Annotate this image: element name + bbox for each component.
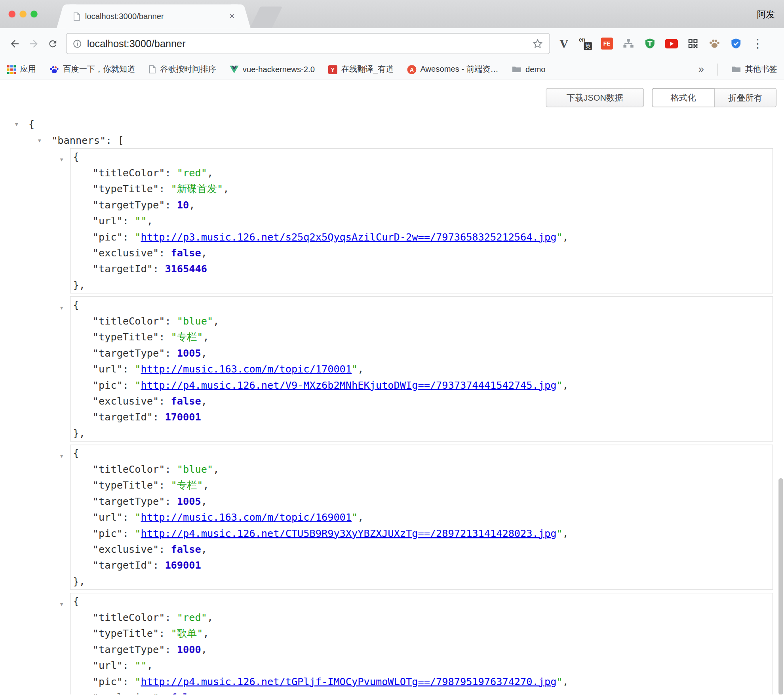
json-viewer: ▼{ ▼banners: [ ▼{titleColor: red,typeTit… bbox=[0, 80, 784, 694]
bookmark-star-icon[interactable] bbox=[532, 38, 543, 49]
bookmark-baidu[interactable]: 百度一下，你就知道 bbox=[49, 64, 135, 75]
browser-tab[interactable]: localhost:3000/banner × bbox=[66, 4, 241, 28]
json-punctuation: : bbox=[153, 263, 165, 275]
minimize-window-button[interactable] bbox=[19, 11, 27, 18]
json-field-row: exclusive: false bbox=[73, 689, 773, 695]
json-punctuation: , bbox=[563, 527, 569, 539]
bookmark-awesomes[interactable]: A Awesomes - 前端资… bbox=[407, 64, 499, 75]
view-toggle-group: 格式化 折叠所有 bbox=[652, 88, 776, 107]
json-punctuation: : bbox=[123, 659, 135, 671]
vimium-extension-icon[interactable]: V bbox=[555, 34, 573, 52]
bookmark-google-sort[interactable]: 谷歌按时间排序 bbox=[148, 64, 216, 75]
page-info-icon[interactable] bbox=[72, 39, 82, 48]
paw-extension-icon[interactable] bbox=[706, 34, 723, 52]
forward-button[interactable] bbox=[24, 34, 43, 53]
close-window-button[interactable] bbox=[8, 11, 15, 18]
json-string-value: 新碟首发 bbox=[171, 183, 223, 195]
tab-close-icon[interactable]: × bbox=[228, 11, 236, 22]
address-bar[interactable]: localhost:3000/banner bbox=[66, 33, 550, 54]
json-key: typeTitle bbox=[93, 479, 159, 491]
json-string-value: 专栏 bbox=[171, 479, 203, 491]
reload-button[interactable] bbox=[43, 34, 62, 53]
json-brace: }, bbox=[73, 575, 85, 587]
json-key: targetType bbox=[93, 495, 165, 507]
json-link[interactable]: http://p4.music.126.net/V9-MXz6b2MNhEKju… bbox=[141, 379, 557, 391]
vue-logo-icon bbox=[230, 65, 239, 73]
json-number-value: 170001 bbox=[165, 411, 201, 423]
json-punctuation: : bbox=[123, 511, 135, 523]
collapse-toggle-icon[interactable]: ▼ bbox=[15, 116, 22, 132]
shield-t-extension-icon[interactable] bbox=[641, 34, 659, 52]
json-field-row: pic: http://p3.music.126.net/s25q2x5Qyqs… bbox=[73, 229, 773, 244]
json-field-row: url: http://music.163.com/m/topic/169001… bbox=[73, 509, 773, 525]
bookmark-youdao-translate[interactable]: Y 在线翻译_有道 bbox=[328, 64, 394, 75]
json-link[interactable]: http://music.163.com/m/topic/170001 bbox=[141, 363, 352, 375]
json-field-row: typeTitle: 歌单, bbox=[73, 625, 773, 641]
collapse-toggle-icon[interactable]: ▼ bbox=[60, 300, 63, 316]
fullscreen-window-button[interactable] bbox=[30, 11, 38, 18]
json-field-row: pic: http://p4.music.126.net/tGPljf-IMOC… bbox=[73, 674, 773, 689]
collapse-toggle-icon[interactable]: ▼ bbox=[38, 133, 45, 149]
json-link[interactable]: http://p4.music.126.net/CTU5B9R9y3XyYBZX… bbox=[141, 527, 557, 539]
json-punctuation: : bbox=[153, 559, 165, 571]
json-field-row: titleColor: red, bbox=[73, 165, 773, 181]
json-field-row: url: http://music.163.com/m/topic/170001… bbox=[73, 361, 773, 377]
json-punctuation: : bbox=[165, 315, 177, 327]
collapse-toggle-icon[interactable]: ▼ bbox=[60, 596, 63, 612]
traffic-lights bbox=[8, 11, 37, 18]
qrcode-extension-icon[interactable] bbox=[684, 34, 702, 52]
json-brace: { bbox=[73, 447, 79, 459]
json-field-row: titleColor: red, bbox=[73, 609, 773, 625]
new-tab-button[interactable] bbox=[250, 6, 282, 28]
fe-extension-icon[interactable]: FE bbox=[598, 34, 616, 52]
scrollbar-thumb[interactable] bbox=[778, 478, 783, 695]
download-json-button[interactable]: 下载JSON数据 bbox=[546, 88, 644, 107]
json-key: pic bbox=[93, 676, 123, 687]
json-punctuation: , bbox=[223, 183, 229, 195]
back-button[interactable] bbox=[5, 34, 24, 53]
json-punctuation: , bbox=[201, 395, 207, 407]
collapse-all-button[interactable]: 折叠所有 bbox=[714, 88, 776, 107]
security-shield-extension-icon[interactable] bbox=[727, 34, 745, 52]
json-object-box: ▼{titleColor: red,typeTitle: 新碟首发,target… bbox=[70, 148, 773, 293]
json-string-value bbox=[135, 659, 147, 671]
youtube-extension-icon[interactable] bbox=[662, 34, 680, 52]
json-punctuation: , bbox=[203, 627, 209, 639]
json-key: targetId bbox=[93, 559, 153, 571]
json-punctuation: : bbox=[123, 215, 135, 227]
other-bookmarks-folder[interactable]: 其他书签 bbox=[731, 64, 777, 75]
json-key: url bbox=[93, 659, 123, 671]
collapse-toggle-icon[interactable]: ▼ bbox=[60, 152, 63, 168]
json-link[interactable]: http://music.163.com/m/topic/169001 bbox=[141, 511, 352, 523]
json-brace: { bbox=[73, 151, 79, 162]
json-number-value: 10 bbox=[177, 199, 189, 211]
browser-menu-icon[interactable]: ⋮ bbox=[748, 34, 766, 52]
json-punctuation: : bbox=[165, 347, 177, 359]
bookmarks-bar: 应用 百度一下，你就知道 谷歌按时间排序 vue-hackernews-2.0 … bbox=[0, 59, 784, 80]
json-key: exclusive bbox=[93, 395, 159, 407]
json-punctuation: : [ bbox=[106, 134, 124, 146]
bookmark-vue-hackernews[interactable]: vue-hackernews-2.0 bbox=[230, 65, 315, 74]
apps-shortcut[interactable]: 应用 bbox=[7, 64, 36, 75]
translate-extension-icon[interactable]: en 英 bbox=[577, 34, 594, 52]
json-brace: { bbox=[29, 118, 34, 130]
bookmarks-separator bbox=[717, 63, 718, 75]
json-link[interactable]: http://p3.music.126.net/s25q2x5QyqsAzilC… bbox=[141, 231, 557, 243]
format-button[interactable]: 格式化 bbox=[652, 88, 714, 107]
json-punctuation: : bbox=[123, 363, 135, 375]
json-punctuation: : bbox=[159, 247, 171, 259]
collapse-toggle-icon[interactable]: ▼ bbox=[60, 448, 63, 464]
page-favicon-icon bbox=[73, 12, 80, 21]
json-field-row: exclusive: false, bbox=[73, 541, 773, 557]
json-string-value: blue bbox=[177, 463, 213, 475]
json-link[interactable]: http://p4.music.126.net/tGPljf-IMOCyPvum… bbox=[141, 676, 557, 687]
bookmark-folder-demo[interactable]: demo bbox=[512, 65, 546, 74]
json-object-box: ▼{titleColor: red,typeTitle: 歌单,targetTy… bbox=[70, 593, 773, 695]
json-key: targetId bbox=[93, 411, 153, 423]
json-punctuation: : bbox=[123, 527, 135, 539]
apps-grid-icon bbox=[7, 65, 16, 74]
sitemap-extension-icon[interactable] bbox=[619, 34, 637, 52]
title-bar: localhost:3000/banner × 阿发 bbox=[0, 0, 784, 28]
bookmarks-overflow-chevron[interactable]: » bbox=[698, 63, 704, 75]
json-number-value: false bbox=[171, 395, 201, 407]
